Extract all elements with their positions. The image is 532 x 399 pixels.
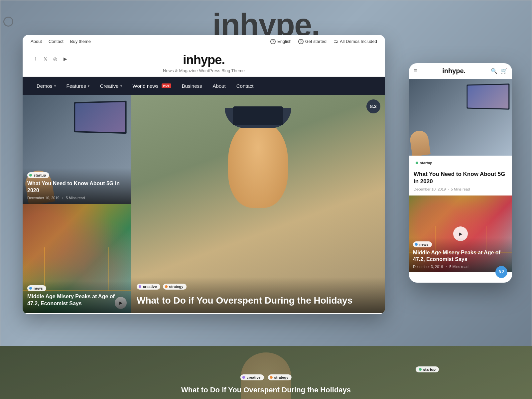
left-card: startup What You Need to Know About 5G i… xyxy=(23,95,131,313)
youtube-icon[interactable]: ▶ xyxy=(62,56,68,62)
mobile-article2-image: ▶ news Middle Age Misery Peaks at Age of… xyxy=(409,196,512,272)
nav-bar: Demos ▾ Features ▾ Creative ▾ World news… xyxy=(23,77,385,95)
top-bar-right: ? English ? Get started 🗂 All Demos Incl… xyxy=(270,39,377,44)
strategy-badge: strategy xyxy=(163,284,187,290)
bottom-strip: creative strategy What to Do if You Over… xyxy=(0,346,532,399)
article1-category-badge: startup xyxy=(27,172,49,178)
about-link[interactable]: About xyxy=(31,39,42,44)
mobile-article1-meta: December 10, 2019 5 Mins read xyxy=(414,187,507,191)
facebook-icon[interactable]: f xyxy=(32,56,39,62)
twitter-icon[interactable]: 𝕏 xyxy=(42,56,49,62)
site-tagline: News & Magazine WordPress Blog Theme xyxy=(32,68,376,73)
article1-image: startup What You Need to Know About 5G i… xyxy=(23,95,131,204)
article2-title: Middle Age Misery Peaks at Age of 47.2, … xyxy=(27,293,126,307)
news-dot xyxy=(29,287,32,290)
article2-image: ▶ news Middle Age Misery Peaks at Age of… xyxy=(23,204,131,313)
language-selector[interactable]: ? English xyxy=(270,39,292,44)
nav-creative-arrow: ▾ xyxy=(120,84,122,88)
meta-separator xyxy=(62,198,63,199)
bottom-right-dot xyxy=(419,368,422,371)
meta-dot-mobile xyxy=(448,189,449,190)
get-started-item[interactable]: ? Get started xyxy=(298,39,327,44)
mobile-search-icon[interactable]: 🔍 xyxy=(491,68,497,74)
mobile-article1-title: What You Need to Know About 5G in 2020 xyxy=(414,171,507,185)
mobile-article1-image xyxy=(409,79,512,156)
startup-dot xyxy=(29,174,32,177)
decoration-circle xyxy=(3,17,13,27)
mobile-news-dot xyxy=(415,243,418,246)
nav-about[interactable]: About xyxy=(208,80,230,91)
contact-link[interactable]: Contact xyxy=(49,39,64,44)
nav-business[interactable]: Business xyxy=(177,80,207,91)
article2-category-badge: news xyxy=(27,285,46,291)
center-tags: creative strategy xyxy=(137,284,379,292)
mobile-laptop-bg xyxy=(409,79,512,156)
bottom-strip-tags: creative strategy xyxy=(240,374,292,382)
center-article-overlay: creative strategy What to Do if You Over… xyxy=(131,277,385,313)
article1-meta: December 10, 2019 5 Mins read xyxy=(27,196,126,200)
instagram-icon[interactable]: ◎ xyxy=(52,56,59,62)
bottom-strategy-badge: strategy xyxy=(268,374,292,380)
mobile-article2-overlay: news Middle Age Misery Peaks at Age of 4… xyxy=(409,238,512,272)
nav-features[interactable]: Features ▾ xyxy=(62,80,94,91)
bottom-strategy-dot xyxy=(270,376,272,379)
get-started-icon: ? xyxy=(298,39,304,44)
bottom-strip-title: What to Do if You Overspent During the H… xyxy=(181,386,351,394)
score-badge: 8.2 xyxy=(366,99,380,113)
bottom-creative-badge: creative xyxy=(240,374,264,380)
article1-title: What You Need to Know About 5G in 2020 xyxy=(27,180,126,194)
buy-theme-link[interactable]: Buy theme xyxy=(70,39,91,44)
strategy-dot xyxy=(165,285,168,288)
hot-badge: HOT xyxy=(162,83,171,88)
center-card: 8.2 creative strategy What to Do if You … xyxy=(131,95,385,313)
all-demos-item[interactable]: 🗂 All Demos Included xyxy=(333,39,377,44)
main-browser-card: About Contact Buy theme ? English ? Get … xyxy=(23,35,385,314)
mobile-article2-title: Middle Age Misery Peaks at Age of 47.2, … xyxy=(413,249,508,263)
bottom-creative-dot xyxy=(242,376,245,379)
mobile-article2-meta: December 3, 2019 5 Mins read xyxy=(413,265,508,269)
article2-overlay: news Middle Age Misery Peaks at Age of 4… xyxy=(23,281,131,313)
center-article-title: What to Do if You Overspent During the H… xyxy=(137,295,379,306)
mobile-news-badge: news xyxy=(413,241,432,247)
nav-demos[interactable]: Demos ▾ xyxy=(32,80,61,91)
top-bar: About Contact Buy theme ? English ? Get … xyxy=(23,35,385,48)
meta-sep-mobile2 xyxy=(446,266,447,267)
folder-icon: 🗂 xyxy=(333,39,338,44)
nav-world-news[interactable]: World news HOT xyxy=(128,80,176,91)
creative-badge: creative xyxy=(137,284,160,290)
article1-overlay: startup What You Need to Know About 5G i… xyxy=(23,168,131,204)
mobile-header: ≡ inhype. 🔍 🛒 xyxy=(409,63,512,79)
mobile-score-badge: 8.2 xyxy=(495,266,507,278)
mobile-startup-badge: startup xyxy=(414,160,436,166)
creative-dot xyxy=(139,285,141,288)
mobile-article1-info: startup What You Need to Know About 5G i… xyxy=(409,156,512,196)
nav-demos-arrow: ▾ xyxy=(54,84,56,88)
site-logo[interactable]: inhype. xyxy=(32,53,376,67)
bottom-right-startup: startup xyxy=(416,366,439,372)
mobile-logo[interactable]: inhype. xyxy=(420,67,488,75)
mobile-cart-icon[interactable]: 🛒 xyxy=(501,68,507,74)
language-icon: ? xyxy=(270,39,276,44)
nav-contact[interactable]: Contact xyxy=(232,80,258,91)
mobile-action-icons: 🔍 🛒 xyxy=(491,68,507,74)
site-header: f 𝕏 ◎ ▶ inhype. News & Magazine WordPres… xyxy=(23,48,385,77)
nav-features-arrow: ▾ xyxy=(88,84,89,88)
social-icons: f 𝕏 ◎ ▶ xyxy=(32,56,68,62)
top-bar-left: About Contact Buy theme xyxy=(31,39,91,44)
content-area: startup What You Need to Know About 5G i… xyxy=(23,95,385,313)
mobile-menu-icon[interactable]: ≡ xyxy=(414,67,417,74)
nav-creative[interactable]: Creative ▾ xyxy=(95,80,127,91)
mobile-startup-dot xyxy=(416,162,418,164)
mobile-card: ≡ inhype. 🔍 🛒 startup What You Need to K… xyxy=(409,63,512,283)
